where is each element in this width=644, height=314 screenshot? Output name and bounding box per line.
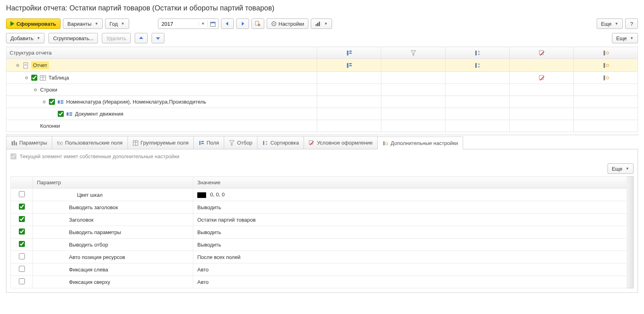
param-checkbox[interactable] (19, 191, 25, 197)
param-row[interactable]: Выводить отборВыводить (11, 239, 627, 251)
delete-button[interactable]: Удалить (102, 33, 131, 43)
tab-fields[interactable]: Поля (193, 136, 224, 149)
structure-row[interactable]: ⊖Отчет (6, 59, 638, 72)
fields-icon (198, 140, 204, 146)
tab-grouped[interactable]: Группируемые поля (128, 136, 194, 149)
tab-sort[interactable]: Сортировка (257, 136, 304, 149)
tab-label: Отбор (237, 140, 252, 146)
row-col-icon (510, 96, 574, 108)
svg-marker-62 (266, 144, 267, 145)
structure-row[interactable]: ⊖Строки (6, 84, 638, 96)
tab-extra[interactable]: Дополнительные настройки (377, 137, 463, 149)
param-checkbox[interactable] (19, 266, 25, 272)
col-condformat-icon (510, 47, 574, 59)
move-down-button[interactable] (152, 33, 164, 43)
add-button[interactable]: Добавить ▼ (6, 33, 45, 43)
params-check-header (11, 177, 33, 189)
param-value[interactable]: Выводить (193, 226, 627, 239)
tab-label: Сортировка (270, 140, 299, 146)
param-value[interactable]: Выводить (193, 201, 627, 214)
structure-row[interactable]: Колонки (6, 120, 638, 132)
scrollbar[interactable] (627, 176, 634, 288)
structure-row[interactable]: Документ движения (6, 108, 638, 120)
svg-rect-2 (211, 22, 215, 23)
row-col-icon (317, 59, 381, 72)
collapse-icon[interactable]: ⊖ (33, 88, 38, 92)
col-filter-icon (381, 47, 446, 59)
svg-rect-60 (263, 141, 264, 145)
report-options-button[interactable] (251, 18, 264, 29)
more-button[interactable]: Еще ▼ (597, 18, 623, 29)
period-type-button[interactable]: Год ▼ (105, 18, 129, 29)
period-value-field[interactable] (158, 21, 198, 27)
calendar-icon[interactable] (207, 20, 218, 27)
chart-settings-button[interactable]: ▼ (311, 18, 332, 29)
param-row[interactable]: Выводить заголовокВыводить (11, 201, 627, 214)
param-value[interactable]: 0, 0, 0 (193, 189, 627, 201)
own-settings-row: Текущий элемент имеет собственные дополн… (10, 153, 634, 159)
tab-condformat[interactable]: Условное оформление (304, 136, 378, 149)
arrow-right-icon (240, 21, 245, 26)
next-period-button[interactable] (236, 18, 249, 29)
row-checkbox[interactable] (31, 75, 37, 81)
tab-params[interactable]: Параметры (6, 136, 52, 149)
param-checkbox[interactable] (19, 204, 25, 210)
params-param-header: Параметр (33, 177, 193, 189)
params-icon (11, 140, 17, 146)
collapse-icon[interactable]: ⊖ (24, 75, 29, 80)
param-checkbox[interactable] (19, 278, 25, 284)
own-settings-label: Текущий элемент имеет собственные дополн… (20, 153, 179, 159)
svg-rect-15 (349, 51, 352, 52)
param-row[interactable]: Выводить параметрыВыводить (11, 226, 627, 239)
tab-label: Условное оформление (317, 140, 373, 146)
structure-more-button[interactable]: Еще ▼ (612, 33, 638, 43)
param-value[interactable]: Авто (193, 263, 627, 276)
collapse-icon[interactable]: ⊖ (15, 63, 20, 68)
variants-button[interactable]: Варианты ▼ (63, 18, 103, 29)
period-dropdown-icon[interactable]: ▼ (198, 22, 207, 26)
tab-userfields[interactable]: f(x)Пользовательские поля (52, 136, 128, 149)
tab-filter[interactable]: Отбор (224, 136, 257, 149)
form-button[interactable]: Сформировать (6, 18, 61, 29)
row-col-icon (574, 72, 638, 84)
row-checkbox[interactable] (58, 111, 64, 117)
group-button[interactable]: Сгруппировать... (49, 33, 98, 43)
tab-label: Параметры (19, 140, 47, 146)
param-row[interactable]: Фиксация сверхуАвто (11, 276, 627, 288)
param-row[interactable]: ЗаголовокОстатки партий товаров (11, 214, 627, 226)
param-checkbox[interactable] (19, 253, 25, 259)
own-settings-checkbox[interactable] (10, 153, 16, 159)
row-checkbox[interactable] (49, 99, 55, 105)
svg-rect-51 (16, 142, 17, 145)
structure-row[interactable]: ⊖Номенклатура (Иерархия), Номенклатура.П… (6, 96, 638, 108)
more-label: Еще (601, 21, 612, 27)
param-row[interactable]: Фиксация слеваАвто (11, 263, 627, 276)
gear-icon (271, 21, 277, 27)
more-label: Еще (616, 35, 627, 41)
settings-button[interactable]: Настройки (267, 18, 309, 29)
param-checkbox[interactable] (19, 228, 25, 234)
svg-text:f(x): f(x) (57, 141, 63, 145)
param-checkbox[interactable] (19, 241, 25, 247)
param-row[interactable]: Авто позиция ресурсовПосле всех полей (11, 251, 627, 263)
grouped-icon (133, 140, 138, 146)
svg-point-35 (606, 64, 609, 67)
row-col-icon (381, 84, 446, 96)
move-up-button[interactable] (135, 33, 148, 43)
content-more-button[interactable]: Еще ▼ (608, 163, 634, 174)
param-value[interactable]: Авто (193, 276, 627, 288)
params-table: Параметр Значение Цвет шкал0, 0, 0Выводи… (10, 176, 627, 288)
splitter[interactable] (6, 135, 638, 135)
param-checkbox[interactable] (19, 216, 25, 222)
collapse-icon[interactable]: ⊖ (42, 100, 47, 104)
param-value[interactable]: Остатки партий товаров (193, 214, 627, 226)
row-col-icon (574, 120, 638, 132)
param-value[interactable]: Выводить (193, 239, 627, 251)
prev-period-button[interactable] (221, 18, 234, 29)
param-value[interactable]: После всех полей (193, 251, 627, 263)
param-row[interactable]: Цвет шкал0, 0, 0 (11, 189, 627, 201)
param-name: Выводить параметры (33, 226, 193, 239)
svg-rect-9 (316, 24, 317, 26)
structure-row[interactable]: ⊖Таблица (6, 72, 638, 84)
help-button[interactable]: ? (625, 18, 638, 29)
